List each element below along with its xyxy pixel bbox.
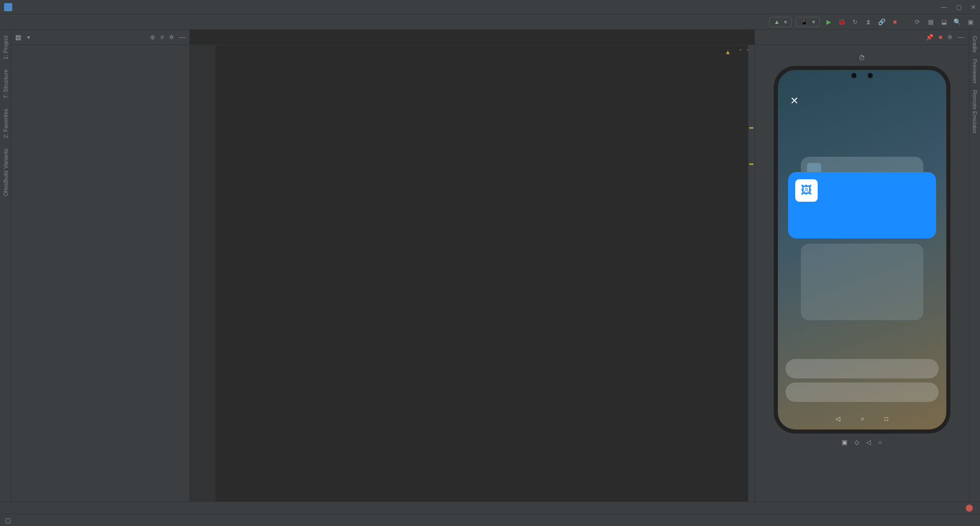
- build-variants-tool-button[interactable]: OhosBuild Variants: [3, 146, 9, 199]
- hide-icon[interactable]: —: [179, 34, 185, 41]
- gear-icon[interactable]: ✲: [169, 34, 174, 41]
- emulator-header: 📌 ■ ✲ —: [755, 30, 969, 45]
- minimize-icon[interactable]: —: [941, 4, 947, 11]
- remote-emulator-tool-button[interactable]: Remote Emulator: [972, 87, 978, 137]
- run-icon[interactable]: ▶: [824, 17, 833, 27]
- navigation-bar: ▲ ▾ 📱 ▾ ▶ 🐞 ↻ ⧗ 🔗 ■ ⟳ ▦ ⬓ 🔍 ▣: [0, 14, 980, 30]
- pin-icon[interactable]: 📌: [926, 34, 934, 41]
- search-icon[interactable]: 🔍: [952, 17, 962, 27]
- avd-icon[interactable]: ▦: [926, 17, 935, 27]
- emu-gear-icon[interactable]: ✲: [947, 34, 952, 41]
- structure-tool-button[interactable]: 7: Structure: [3, 66, 9, 102]
- emu-stop-icon[interactable]: ■: [939, 34, 942, 41]
- panel-icon[interactable]: ▣: [966, 17, 975, 27]
- locate-icon[interactable]: ⊕: [150, 34, 155, 41]
- attach-icon[interactable]: 🔗: [877, 17, 886, 27]
- emu-back-icon[interactable]: ◁: [866, 439, 871, 446]
- window-controls: — ▢ ✕: [941, 4, 976, 11]
- code-editor[interactable]: ▲ ˄ ˅: [190, 45, 754, 501]
- emulator-timer: ⏱: [859, 54, 865, 62]
- device-selector[interactable]: 📱 ▾: [796, 17, 820, 27]
- editor-area: ▲ ˄ ˅: [190, 30, 754, 501]
- favorites-tool-button[interactable]: 2: Favorites: [3, 106, 9, 141]
- expand-up-icon[interactable]: ˄: [739, 47, 742, 58]
- image-icon: 🖼: [795, 179, 818, 202]
- stop-icon[interactable]: ■: [890, 17, 899, 27]
- collapse-icon[interactable]: ≡: [160, 34, 164, 41]
- warning-icon[interactable]: ▲: [725, 47, 731, 58]
- back-icon[interactable]: ◁: [836, 415, 840, 422]
- sdk-icon[interactable]: ⬓: [939, 17, 948, 27]
- emu-screenshot-icon[interactable]: ▣: [842, 439, 847, 446]
- add-desktop-button[interactable]: [786, 382, 939, 402]
- previewer-tool-button[interactable]: Previewer: [972, 56, 978, 87]
- right-tool-strip: Gradle Previewer Remote Emulator: [969, 30, 980, 501]
- project-panel: ▤▾ ⊕ ≡ ✲ —: [11, 30, 190, 501]
- phone-frame[interactable]: ✕ 🖼 ◁ ○ □: [774, 66, 950, 434]
- phone-nav-bar: ◁ ○ □: [778, 415, 946, 422]
- project-tool-button[interactable]: 1: Project: [3, 33, 9, 62]
- coverage-icon[interactable]: ↻: [850, 17, 860, 27]
- gradle-tool-button[interactable]: Gradle: [972, 33, 978, 56]
- editor-tabs: [190, 30, 754, 45]
- project-panel-header: ▤▾ ⊕ ≡ ✲ —: [11, 30, 189, 45]
- close-icon[interactable]: ✕: [971, 4, 976, 11]
- sync-icon[interactable]: ⟳: [913, 17, 922, 27]
- set-swipe-button[interactable]: [786, 359, 939, 378]
- left-tool-strip: 1: Project 7: Structure 2: Favorites Oho…: [0, 30, 11, 501]
- profile-icon[interactable]: ⧗: [864, 17, 873, 27]
- emu-home-icon[interactable]: ○: [878, 439, 881, 446]
- main-area: 1: Project 7: Structure 2: Favorites Oho…: [0, 30, 980, 501]
- event-log-badge: [966, 505, 973, 512]
- widget-card-active[interactable]: 🖼: [788, 172, 936, 238]
- code-text[interactable]: ▲ ˄ ˅: [215, 45, 754, 501]
- title-bar: — ▢ ✕: [0, 0, 980, 14]
- maximize-icon[interactable]: ▢: [956, 4, 962, 11]
- bottom-tool-bar: [0, 501, 980, 514]
- emu-rotate-icon[interactable]: ◇: [854, 439, 859, 446]
- home-icon[interactable]: ○: [861, 415, 864, 422]
- gutter: [190, 45, 215, 501]
- project-tree[interactable]: [11, 45, 189, 501]
- app-logo-icon: [4, 3, 12, 11]
- emu-hide-icon[interactable]: —: [958, 34, 964, 41]
- emulator-panel: 📌 ■ ✲ — ⏱ ✕ 🖼: [754, 30, 969, 501]
- debug-icon[interactable]: 🐞: [837, 17, 846, 27]
- status-bar: ▢: [0, 514, 980, 526]
- run-config-selector[interactable]: ▲ ▾: [769, 17, 792, 27]
- recent-icon[interactable]: □: [885, 415, 888, 422]
- widget-card-next: [801, 244, 923, 320]
- status-icon[interactable]: ▢: [5, 517, 11, 524]
- error-stripe[interactable]: [748, 45, 754, 501]
- widget-close-icon[interactable]: ✕: [790, 94, 799, 107]
